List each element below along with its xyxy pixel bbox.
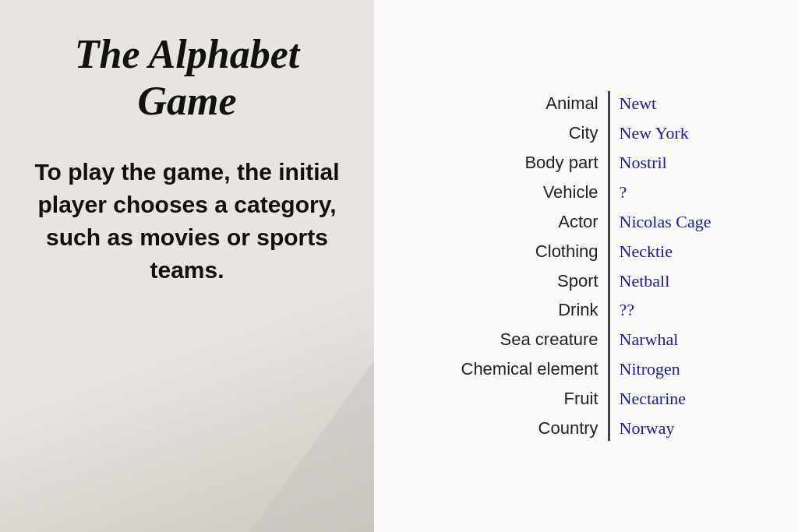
table-divider bbox=[608, 91, 610, 441]
categories-column: AnimalCityBody partVehicleActorClothingS… bbox=[461, 91, 598, 441]
category-label: City bbox=[569, 121, 598, 146]
category-label: Drink bbox=[558, 298, 598, 322]
game-table: AnimalCityBody partVehicleActorClothingS… bbox=[461, 91, 711, 441]
answers-column: NewtNew YorkNostril?Nicolas CageNecktieN… bbox=[620, 91, 711, 441]
category-label: Clothing bbox=[535, 239, 598, 264]
category-label: Sport bbox=[557, 269, 598, 294]
answer-label: Nitrogen bbox=[620, 357, 680, 382]
answer-label: Necktie bbox=[620, 239, 673, 264]
category-label: Chemical element bbox=[461, 357, 598, 382]
answer-label: Nostril bbox=[620, 150, 667, 175]
answer-label: Netball bbox=[620, 269, 670, 294]
answer-label: Norway bbox=[620, 416, 675, 441]
category-label: Vehicle bbox=[543, 180, 598, 205]
answer-label: Narwhal bbox=[620, 327, 679, 352]
category-label: Animal bbox=[546, 91, 598, 116]
answer-label: ?? bbox=[620, 298, 635, 322]
answer-label: Nicolas Cage bbox=[620, 210, 711, 234]
category-label: Sea creature bbox=[500, 327, 598, 352]
category-label: Country bbox=[538, 416, 598, 441]
answer-label: New York bbox=[620, 121, 689, 146]
page-title: The Alphabet Game bbox=[31, 31, 343, 125]
category-label: Fruit bbox=[564, 386, 598, 411]
left-panel: The Alphabet Game To play the game, the … bbox=[0, 0, 374, 532]
right-panel: AnimalCityBody partVehicleActorClothingS… bbox=[374, 0, 798, 532]
game-description: To play the game, the initial player cho… bbox=[31, 156, 343, 287]
answer-label: ? bbox=[620, 180, 627, 205]
category-label: Actor bbox=[558, 210, 598, 234]
answer-label: Newt bbox=[620, 91, 657, 116]
answer-label: Nectarine bbox=[620, 386, 687, 411]
category-label: Body part bbox=[524, 150, 598, 175]
